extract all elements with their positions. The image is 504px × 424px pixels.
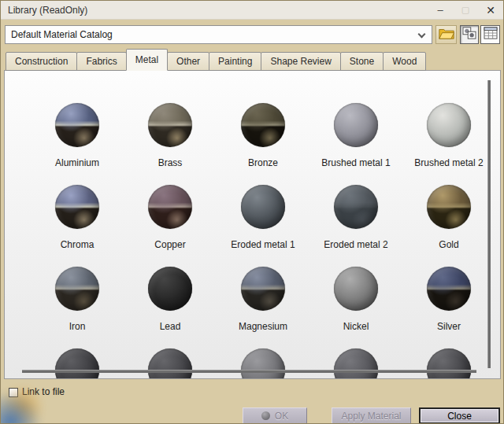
material-item[interactable]: Bronze [217,103,309,185]
titlebar: Library (ReadOnly) – ▢ ✕ [1,1,503,20]
material-label: Eroded metal 2 [324,239,387,250]
material-label: Eroded metal 1 [231,239,295,250]
material-sphere [55,267,99,311]
material-sphere [241,348,285,379]
material-item[interactable]: Aluminium [31,103,124,185]
material-item[interactable]: Silver [402,267,495,348]
material-sphere [148,267,192,311]
material-item[interactable] [217,348,309,379]
catalog-selected-value: Default Material Catalog [11,29,113,40]
material-sphere [55,348,99,379]
open-folder-icon [439,28,454,42]
material-item[interactable]: Eroded metal 1 [217,185,309,267]
material-sphere [334,185,378,229]
material-item[interactable]: Brushed metal 2 [402,103,495,185]
material-label: Silver [437,321,461,332]
close-button-label: Close [447,411,472,422]
material-list-panel: AluminiumBrassBronzeBrushed metal 1Brush… [4,70,501,379]
material-label: Nickel [343,321,369,332]
material-sphere [334,348,378,379]
material-sphere [334,103,378,147]
material-label: Brass [158,157,183,168]
material-item[interactable]: Brushed metal 1 [309,103,402,185]
material-label: Copper [154,239,185,250]
material-label: Chroma [61,239,94,250]
material-item[interactable]: Eroded metal 2 [309,185,402,267]
material-item[interactable]: Gold [402,185,495,267]
chevron-down-icon [418,31,426,39]
material-sphere [148,103,192,147]
material-item[interactable] [31,348,124,379]
close-button[interactable]: Close [419,407,500,424]
tab-metal[interactable]: Metal [126,49,168,71]
material-item[interactable]: Magnesium [217,267,309,348]
material-label: Gold [439,239,458,250]
material-label: Iron [69,321,86,332]
material-label: Lead [160,321,181,332]
link-to-file-checkbox[interactable] [9,388,18,397]
material-item[interactable]: Chroma [31,185,124,267]
material-sphere [148,348,192,379]
tab-painting[interactable]: Painting [209,52,261,71]
material-label: Aluminium [55,157,99,168]
material-item[interactable] [402,348,495,379]
ok-button-label: OK [275,411,288,422]
tab-wood[interactable]: Wood [383,52,426,71]
library-dialog: Library (ReadOnly) – ▢ ✕ Default Materia… [0,0,504,424]
icon-view-icon [462,27,476,42]
catalog-row: Default Material Catalog [5,25,500,44]
material-item[interactable]: Iron [31,267,124,348]
window-title: Library (ReadOnly) [1,5,87,16]
tab-other[interactable]: Other [167,52,209,71]
tab-shape-review[interactable]: Shape Review [261,52,340,71]
sphere-icon [261,411,270,420]
tab-fabrics[interactable]: Fabrics [76,52,126,71]
details-view-button[interactable] [480,25,500,44]
catalog-select[interactable]: Default Material Catalog [5,25,432,44]
ok-button: OK [243,407,307,424]
horizontal-scrollbar[interactable] [22,370,476,373]
material-label: Brushed metal 2 [414,157,483,168]
vertical-scrollbar[interactable] [487,80,491,368]
close-icon[interactable]: ✕ [478,1,503,19]
maximize-icon: ▢ [453,1,478,19]
material-sphere [241,103,285,147]
details-view-icon [484,27,498,42]
material-label: Magnesium [239,321,287,332]
material-sphere [427,267,471,311]
material-item[interactable]: Lead [124,267,217,348]
material-sphere [427,348,471,379]
link-to-file-label: Link to file [22,386,65,397]
material-grid: AluminiumBrassBronzeBrushed metal 1Brush… [31,103,495,379]
material-sphere [55,185,99,229]
apply-material-label: Apply Material [341,411,401,422]
minimize-icon[interactable]: – [428,1,453,19]
material-sphere [241,185,285,229]
icon-view-button[interactable] [460,25,480,44]
tab-strip: ConstructionFabricsMetalOtherPaintingSha… [6,50,425,71]
material-sphere [241,267,285,311]
open-catalog-button[interactable] [435,25,457,44]
tab-stone[interactable]: Stone [340,52,384,71]
material-label: Brushed metal 1 [321,157,390,168]
material-sphere [334,267,378,311]
tab-construction[interactable]: Construction [6,52,77,71]
material-sphere [55,103,99,147]
material-label: Bronze [248,157,278,168]
material-sphere [427,103,471,147]
material-item[interactable]: Nickel [309,267,402,348]
apply-material-button: Apply Material [332,407,411,424]
material-item[interactable]: Brass [124,103,217,185]
material-item[interactable]: Copper [124,185,217,267]
material-item[interactable] [124,348,217,379]
material-sphere [427,185,471,229]
material-item[interactable] [309,348,402,379]
material-sphere [148,185,192,229]
